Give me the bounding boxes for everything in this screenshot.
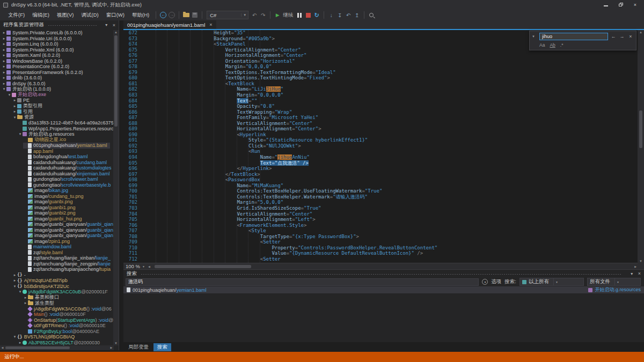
menu-item[interactable]: 编辑(E) bbox=[28, 12, 53, 19]
code-editor[interactable]: 672 Height="35"673 Background="#005a9b">… bbox=[123, 30, 644, 263]
tree-item[interactable]: image/guanbi1.png bbox=[0, 205, 114, 211]
tree-item[interactable]: zqt/tanchuang/tupianjiaocheng/tupia bbox=[0, 267, 114, 272]
tree-item[interactable]: ▸System.Private.Uri (6.0.0.0) bbox=[0, 36, 114, 42]
twisty-collapsed-icon[interactable]: ▸ bbox=[12, 278, 17, 283]
language-select[interactable]: C# ▼ bbox=[207, 11, 248, 19]
tree-item[interactable]: ▸引用 bbox=[0, 109, 114, 115]
menu-item[interactable]: 文件(F) bbox=[4, 12, 28, 19]
tree-item[interactable]: ▸基类和接口 bbox=[0, 295, 114, 301]
panel-collapse-button[interactable]: ▼ bbox=[630, 272, 634, 276]
panel-close-button[interactable]: × bbox=[113, 23, 115, 28]
tree-item[interactable]: image/guanbi.png bbox=[0, 199, 114, 205]
twisty-collapsed-icon[interactable]: ▸ bbox=[12, 98, 17, 102]
editor-vertical-scrollbar[interactable]: ▲ ▼ bbox=[638, 30, 644, 264]
tree-item[interactable]: Main() : void @0600010F bbox=[0, 312, 114, 317]
tree-item[interactable]: F2RgnBvyLy : bool @040000AE bbox=[0, 329, 114, 335]
tab-yemian1-baml[interactable]: 001pinghuaqiehuan/yemian1.baml × bbox=[123, 20, 216, 29]
tab-locals[interactable]: 局部变量 bbox=[125, 343, 152, 351]
tree-item[interactable]: ▾开始启动 (1.0.0.0) bbox=[0, 86, 114, 92]
open-button[interactable] bbox=[182, 11, 191, 19]
scrollbar-thumb[interactable] bbox=[114, 35, 118, 127]
tree-item[interactable]: OnStartup(StartupEventArgs) : void @ bbox=[0, 317, 114, 323]
tree-item[interactable]: ▸PE bbox=[0, 98, 114, 104]
tree-vertical-scrollbar[interactable]: ▲ ▼ bbox=[113, 30, 119, 345]
step-into-button[interactable]: ↓ bbox=[327, 11, 335, 19]
undo-button[interactable]: ↶ bbox=[250, 11, 259, 19]
search-scope-select[interactable]: 以上所有 ▼ bbox=[519, 278, 584, 286]
tree-item[interactable]: image/guanbi_qianyuan/guanbi_qian bbox=[0, 221, 114, 227]
twisty-collapsed-icon[interactable]: ▸ bbox=[2, 31, 6, 35]
tree-item[interactable]: ▾{}BV57LhN1j9fBGGBtAQ bbox=[0, 334, 114, 340]
twisty-expanded-icon[interactable]: ▾ bbox=[12, 335, 17, 339]
chevron-down-icon[interactable]: ▼ bbox=[532, 35, 537, 38]
tree-item[interactable]: ▾{}bSBdirs8joAKT2l2Uc bbox=[0, 284, 114, 290]
tree-item[interactable]: zqt/style.baml bbox=[0, 250, 114, 256]
tree-item[interactable]: ▸System.Xaml (6.0.2.0) bbox=[0, 53, 114, 58]
tree-item[interactable]: caidanduihuakuang/xinjiemian.baml bbox=[0, 171, 114, 177]
tree-item[interactable]: ▸dnSpy (6.3.0.0) bbox=[0, 81, 114, 87]
tab-close-icon[interactable]: × bbox=[209, 22, 212, 27]
show-next-statement-button[interactable]: ↥ bbox=[353, 11, 361, 19]
tree-item[interactable]: ▾开始启动.g.resources bbox=[0, 131, 114, 137]
tree-item[interactable]: image/bikan.jpg bbox=[0, 188, 114, 194]
tree-item[interactable]: gundongtiao/scrollviewerbasestyle.b bbox=[0, 182, 114, 188]
scrollbar-thumb[interactable] bbox=[5, 346, 70, 349]
tree-item[interactable]: d3a13f83-1212-4b87-bc64-a09a2c6375 bbox=[0, 120, 114, 126]
continue-button[interactable]: ▶ bbox=[273, 11, 282, 19]
tree-item[interactable]: ▸类型引用 bbox=[0, 104, 114, 109]
twisty-collapsed-icon[interactable]: ▸ bbox=[2, 42, 6, 46]
search-input[interactable] bbox=[126, 278, 479, 286]
twisty-collapsed-icon[interactable]: ▸ bbox=[12, 104, 17, 108]
tree-item[interactable]: 动物园之星.ico bbox=[0, 137, 114, 143]
tree-item[interactable]: ▾开始启动.exe bbox=[0, 92, 114, 98]
twisty-collapsed-icon[interactable]: ▸ bbox=[2, 70, 6, 75]
twisty-expanded-icon[interactable]: ▾ bbox=[18, 132, 23, 136]
tree-item[interactable]: ▸System.Linq (6.0.0.0) bbox=[0, 41, 114, 47]
twisty-collapsed-icon[interactable]: ▸ bbox=[2, 48, 6, 52]
tree-item[interactable]: u0FgBTRmeu() : void @0600010E bbox=[0, 323, 114, 329]
tree-item[interactable]: image/guanbi_hui.png bbox=[0, 216, 114, 222]
tree-item[interactable]: ▸PresentationFramework (6.0.2.0) bbox=[0, 70, 114, 76]
panel-close-button[interactable]: × bbox=[638, 271, 641, 276]
twisty-collapsed-icon[interactable]: ▸ bbox=[23, 295, 28, 300]
save-button[interactable] bbox=[191, 11, 199, 19]
options-label[interactable]: 选项 bbox=[491, 278, 501, 285]
twisty-expanded-icon[interactable]: ▾ bbox=[12, 284, 17, 289]
panel-collapse-button[interactable]: ▼ bbox=[105, 23, 108, 27]
find-input[interactable] bbox=[539, 33, 608, 40]
twisty-collapsed-icon[interactable]: ▸ bbox=[12, 109, 17, 114]
tree-item[interactable]: image/guanbi_qianyuan/guanbi_qian bbox=[0, 233, 114, 239]
tree-item[interactable]: jA8gdbFdgWK3ACC0uB() : void @06 bbox=[0, 306, 114, 312]
twisty-collapsed-icon[interactable]: ▸ bbox=[2, 64, 6, 69]
options-chevron-icon[interactable]: ▼ bbox=[482, 279, 488, 285]
tab-search[interactable]: 搜索 bbox=[153, 343, 171, 351]
find-next-button[interactable]: → bbox=[619, 34, 625, 39]
tree-item[interactable]: ▸System.Private.CoreLib (6.0.0.0) bbox=[0, 30, 114, 36]
twisty-expanded-icon[interactable]: ▾ bbox=[12, 115, 17, 120]
redo-button[interactable]: ↷ bbox=[259, 11, 267, 19]
tree-item[interactable]: ▸PresentationCore (6.0.2.0) bbox=[0, 64, 114, 70]
search-result-row[interactable]: 001pinghuaqiehuan/yemian1.baml开始启动.g.res… bbox=[123, 286, 644, 293]
tree-item[interactable]: ▸WindowsBase (6.0.2.0) bbox=[0, 58, 114, 64]
twisty-expanded-icon[interactable]: ▾ bbox=[2, 87, 6, 91]
tree-item[interactable]: caidanduihuakuang/cundang.baml bbox=[0, 160, 114, 166]
twisty-expanded-icon[interactable]: ▾ bbox=[18, 290, 23, 294]
pause-button[interactable] bbox=[295, 11, 304, 19]
find-close-button[interactable]: × bbox=[627, 34, 634, 39]
menu-item[interactable]: 视图(V) bbox=[53, 12, 78, 19]
continue-label[interactable]: 继续 bbox=[283, 12, 293, 19]
editor-horizontal-scrollbar[interactable]: ◀ ▶ bbox=[147, 263, 638, 270]
twisty-collapsed-icon[interactable]: ▸ bbox=[12, 273, 17, 277]
close-button[interactable]: × bbox=[634, 3, 636, 8]
search-assemblies-button[interactable] bbox=[367, 11, 376, 19]
tree-item[interactable]: ▸{}- bbox=[0, 272, 114, 278]
tree-item[interactable]: image/guanbi_qianyuan/guanbi_qian bbox=[0, 227, 114, 233]
minimize-button[interactable] bbox=[604, 3, 608, 8]
scrollbar-thumb[interactable] bbox=[639, 110, 642, 148]
tree-item[interactable]: ▸System.Private.Xml (6.0.0.0) bbox=[0, 47, 114, 53]
scrollbar-thumb[interactable] bbox=[155, 265, 251, 268]
tree-item[interactable]: gundongtiao/scrollviewer.baml bbox=[0, 176, 114, 182]
tree-item[interactable]: zqt/tanchuang/lianjie_xinban/lianjie_ bbox=[0, 255, 114, 261]
zoom-level-select[interactable]: 100 % ▼ bbox=[123, 263, 147, 269]
restore-button[interactable] bbox=[619, 3, 623, 8]
